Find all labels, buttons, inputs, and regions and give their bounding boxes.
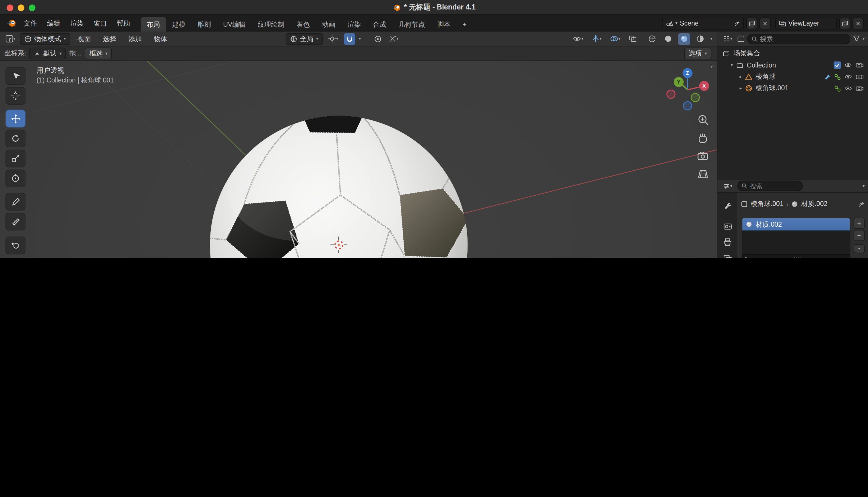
tool-annotate[interactable] bbox=[5, 193, 25, 211]
mode-selector[interactable]: 物体模式 ▾ bbox=[20, 33, 70, 44]
new-viewlayer-button[interactable] bbox=[839, 17, 851, 29]
slot-list-grip[interactable]: ▶ ∷∷ bbox=[742, 254, 850, 258]
workspace-tab-compositing[interactable]: 合成 bbox=[367, 17, 392, 32]
workspace-tab-layout[interactable]: 布局 bbox=[141, 17, 166, 32]
snap-toggle-button[interactable] bbox=[344, 33, 356, 44]
collection-checkbox[interactable] bbox=[834, 61, 841, 69]
add-workspace-button[interactable]: + bbox=[456, 17, 472, 32]
minimize-window-button[interactable] bbox=[18, 4, 25, 11]
soccer-ball-object[interactable] bbox=[210, 112, 475, 258]
expand-arrow-icon[interactable]: ▾ bbox=[731, 63, 733, 67]
hide-eye-icon[interactable] bbox=[844, 62, 853, 68]
tab-tool-icon[interactable] bbox=[719, 198, 736, 213]
collapse-arrow-icon[interactable]: ▸ bbox=[740, 74, 742, 79]
resize-grip-dots[interactable]: ∷∷ bbox=[794, 256, 802, 258]
outliner-row-object1[interactable]: ▸ 棱角球 bbox=[717, 71, 868, 83]
outliner-display-mode-icon[interactable] bbox=[737, 36, 745, 42]
blender-logo[interactable] bbox=[5, 19, 17, 28]
shading-solid-button[interactable] bbox=[662, 33, 674, 44]
outliner-search[interactable] bbox=[748, 33, 851, 44]
viewport-canvas[interactable]: Z Y X bbox=[0, 61, 717, 258]
tab-render-icon[interactable] bbox=[719, 219, 736, 233]
camera-view-button[interactable] bbox=[698, 152, 708, 159]
zoom-window-button[interactable] bbox=[29, 4, 35, 11]
disable-render-camera-icon[interactable] bbox=[856, 73, 864, 80]
tool-cursor[interactable] bbox=[5, 87, 25, 105]
shading-material-button[interactable] bbox=[678, 33, 690, 44]
new-scene-button[interactable] bbox=[746, 17, 757, 29]
tool-add-cube[interactable] bbox=[5, 237, 25, 254]
perspective-toggle-button[interactable] bbox=[698, 171, 708, 177]
pin-icon[interactable] bbox=[735, 20, 740, 26]
proportional-falloff-button[interactable]: ▾ bbox=[387, 33, 401, 44]
xray-toggle[interactable] bbox=[627, 33, 639, 44]
show-gizmo-dropdown[interactable]: ▾ bbox=[571, 33, 586, 44]
gizmos-toggle[interactable]: ▾ bbox=[590, 33, 604, 44]
expand-arrow-icon[interactable]: ▶ bbox=[745, 256, 749, 258]
disable-render-camera-icon[interactable] bbox=[856, 85, 864, 91]
workspace-tab-rendering[interactable]: 渲染 bbox=[341, 17, 367, 32]
viewport-menu-view[interactable]: 视图 bbox=[73, 33, 96, 45]
tab-view-layer-icon[interactable] bbox=[719, 251, 736, 258]
navigation-gizmo[interactable]: Z Y X bbox=[667, 68, 709, 110]
tab-output-icon[interactable] bbox=[719, 235, 736, 250]
gizmo-minus-z-axis[interactable] bbox=[683, 102, 692, 110]
add-material-slot-button[interactable]: + bbox=[854, 218, 865, 229]
breadcrumb-material[interactable]: 材质.002 bbox=[801, 199, 827, 209]
filter-chevron[interactable]: ▾ bbox=[863, 37, 865, 41]
collapse-arrow-icon[interactable]: ▸ bbox=[740, 86, 742, 90]
workspace-tab-shading[interactable]: 着色 bbox=[291, 17, 316, 32]
menu-window[interactable]: 窗口 bbox=[89, 17, 112, 29]
workspace-tab-animation[interactable]: 动画 bbox=[316, 17, 342, 32]
shading-wireframe-button[interactable] bbox=[646, 33, 658, 44]
viewlayer-selector[interactable]: ViewLayer bbox=[775, 17, 837, 29]
workspace-tab-geometrynodes[interactable]: 几何节点 bbox=[392, 17, 431, 32]
properties-editor-type-button[interactable]: ▾ bbox=[721, 180, 735, 192]
breadcrumb-object[interactable]: 棱角球.001 bbox=[751, 199, 783, 209]
pin-icon[interactable] bbox=[858, 201, 865, 208]
menu-file[interactable]: 文件 bbox=[19, 17, 42, 29]
properties-search[interactable] bbox=[737, 181, 803, 191]
tool-transform[interactable] bbox=[5, 170, 25, 187]
sidebar-toggle-arrow[interactable]: ‹ bbox=[711, 63, 713, 70]
tool-move[interactable] bbox=[5, 110, 25, 128]
workspace-tab-modeling[interactable]: 建模 bbox=[166, 17, 192, 32]
properties-options-chevron[interactable]: ▾ bbox=[863, 184, 865, 188]
material-slot-list[interactable]: 材质.002 ▶ ∷∷ bbox=[742, 218, 850, 258]
outliner-row-collection[interactable]: ▾ Collection bbox=[717, 59, 868, 71]
pan-view-button[interactable] bbox=[699, 133, 706, 142]
viewport-menu-add[interactable]: 添加 bbox=[123, 33, 147, 45]
overlays-toggle[interactable]: ▾ bbox=[608, 33, 623, 44]
outliner-search-input[interactable] bbox=[760, 36, 846, 42]
workspace-tab-scripting[interactable]: 脚本 bbox=[431, 17, 457, 32]
remove-material-slot-button[interactable]: − bbox=[854, 230, 865, 241]
snap-settings-chevron[interactable]: ▾ bbox=[359, 37, 361, 41]
coord-preset-selector[interactable]: 默认 ▾ bbox=[30, 48, 66, 59]
proportional-edit-button[interactable] bbox=[372, 33, 384, 44]
shading-settings-chevron[interactable]: ▾ bbox=[710, 37, 712, 41]
viewport-menu-select[interactable]: 选择 bbox=[98, 33, 121, 45]
outliner-editor-type-button[interactable]: ▾ bbox=[721, 33, 735, 44]
menu-help[interactable]: 帮助 bbox=[112, 17, 135, 29]
menu-edit[interactable]: 编辑 bbox=[42, 17, 65, 29]
disable-render-camera-icon[interactable] bbox=[856, 62, 864, 68]
shading-rendered-button[interactable] bbox=[694, 33, 706, 44]
menu-render[interactable]: 渲染 bbox=[65, 17, 89, 29]
transform-orientation-selector[interactable]: 全局 ▾ bbox=[285, 33, 323, 44]
hide-eye-icon[interactable] bbox=[844, 73, 853, 80]
material-specials-menu[interactable]: ▾ bbox=[854, 244, 865, 253]
delete-scene-button[interactable]: ✕ bbox=[760, 17, 771, 29]
workspace-tab-uv[interactable]: UV编辑 bbox=[217, 17, 252, 32]
viewport-menu-object[interactable]: 物体 bbox=[149, 33, 172, 45]
tool-measure[interactable] bbox=[5, 213, 25, 231]
gizmo-minus-x-axis[interactable] bbox=[667, 90, 675, 98]
options-dropdown[interactable]: 选项 ▾ bbox=[684, 48, 711, 59]
tool-scale[interactable] bbox=[5, 150, 25, 168]
properties-search-input[interactable] bbox=[750, 182, 798, 189]
zoom-view-button[interactable] bbox=[699, 115, 708, 125]
scene-selector[interactable]: ▾ Scene bbox=[662, 17, 744, 29]
close-window-button[interactable] bbox=[6, 4, 13, 11]
snap-target-button[interactable]: ▾ bbox=[326, 33, 340, 44]
material-slot-active[interactable]: 材质.002 bbox=[742, 218, 850, 230]
workspace-tab-texturepaint[interactable]: 纹理绘制 bbox=[252, 17, 291, 32]
